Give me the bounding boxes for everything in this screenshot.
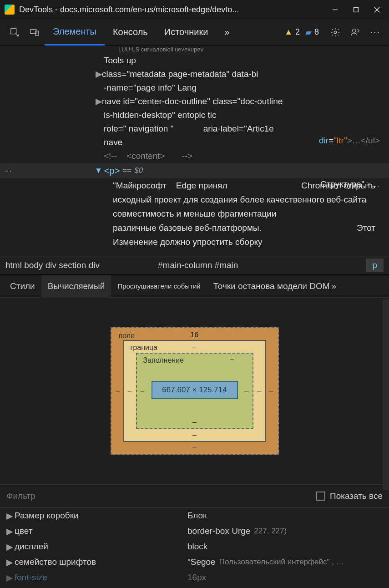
maximize-button[interactable] <box>345 0 366 19</box>
margin-bottom-value[interactable]: – <box>192 443 197 451</box>
svg-point-7 <box>334 31 337 34</box>
subtab-label: Точки останова модели DOM <box>213 281 330 291</box>
inspect-icon[interactable] <box>5 22 25 42</box>
dom-text-node[interactable]: исходный проект для создания более качес… <box>0 193 389 207</box>
border-bottom-value[interactable]: – <box>192 431 197 439</box>
prop-key: дисплей <box>15 542 187 552</box>
device-toggle-icon[interactable] <box>25 22 45 42</box>
dom-text-node[interactable]: различные базовые веб-платформы.Этот <box>0 221 389 235</box>
padding-bottom-value[interactable]: – <box>192 418 197 426</box>
prop-key: font-size <box>15 573 187 583</box>
tab-sources[interactable]: Источники <box>156 19 217 46</box>
dom-attr-fragment: dir="ltr">…</ul> <box>319 136 380 146</box>
more-menu-icon[interactable]: ⋯ <box>365 26 384 38</box>
dom-text: role=" navigation " <box>104 124 173 133</box>
close-button[interactable] <box>366 0 387 19</box>
vertical-scrollbar[interactable] <box>383 299 389 490</box>
prop-value: Блок <box>187 511 207 521</box>
prop-key: Размер коробки <box>15 511 187 521</box>
border-top-value[interactable]: – <box>192 343 197 351</box>
subtab-styles[interactable]: Стили <box>4 275 41 298</box>
padding-label: Заполнение <box>143 356 184 365</box>
margin-right-value[interactable]: – <box>269 387 273 395</box>
prop-row[interactable]: ▶ цвет border-box Urge 227, 227) <box>0 523 389 539</box>
expand-icon[interactable]: ▶ <box>6 511 15 521</box>
dom-line-comment[interactable]: <!-- <content> --> <box>0 149 389 163</box>
dom-text-node[interactable]: Изменение должно упростить сборку <box>0 235 389 249</box>
prop-value: block <box>187 542 207 552</box>
window-titlebar: DevTools - docs.microsoft.com/en-us/micr… <box>0 0 389 19</box>
margin-label: поле <box>119 332 135 340</box>
dom-line[interactable]: is-hidden-desktop" entopic tic <box>0 108 389 122</box>
expand-icon[interactable]: ▶ <box>6 526 15 537</box>
ellipsis-icon[interactable]: ⋯ <box>4 166 12 176</box>
svg-rect-1 <box>354 7 358 12</box>
dom-text: class="metadata page-metadata" data-bi <box>102 69 258 79</box>
chevron-right-icon: » <box>332 281 337 291</box>
prop-rendered: Пользовательский интерфейс" , … <box>219 558 344 567</box>
prop-row[interactable]: ▶ Размер коробки Блок <box>0 508 389 523</box>
prop-rendered: 227, 227) <box>254 527 287 536</box>
prop-row[interactable]: ▶ дисплей block <box>0 539 389 554</box>
breadcrumb-current[interactable]: p <box>366 259 384 272</box>
selected-tag: <p> <box>104 166 120 176</box>
tab-elements[interactable]: Элементы <box>45 19 105 46</box>
computed-properties: ▶ Размер коробки Блок ▶ цвет border-box … <box>0 508 389 585</box>
dom-line[interactable]: -name="page info" Lang <box>0 81 389 95</box>
info-icon: ▰ <box>305 27 312 37</box>
padding-left-value[interactable]: – <box>141 387 145 395</box>
prop-value: border-box Urge <box>187 526 250 536</box>
dom-text-node[interactable]: совместимость и меньше фрагментации <box>0 207 389 221</box>
filter-row: Показать все <box>0 484 389 508</box>
minimize-button[interactable] <box>324 0 345 19</box>
dom-text: nave id="center-doc-outline" class="doc-… <box>102 96 283 106</box>
tab-console[interactable]: Консоль <box>105 19 156 46</box>
warning-count: 2 <box>295 27 300 37</box>
main-toolbar: Элементы Консоль Источники » ▲ 2 ▰ 8 ⋯ <box>0 19 389 46</box>
info-count: 8 <box>314 27 319 37</box>
equals-label: == <box>122 166 131 175</box>
expand-icon[interactable]: ▼ <box>95 166 102 175</box>
subtab-computed[interactable]: Вычисляемый <box>41 275 111 298</box>
prop-value: 16px <box>187 573 206 583</box>
padding-top-value[interactable]: – <box>230 355 234 364</box>
issue-badges[interactable]: ▲ 2 ▰ 8 <box>284 27 322 37</box>
prop-value: "Segoe <box>187 557 216 567</box>
expand-icon[interactable]: ▶ <box>6 573 15 583</box>
border-left-value[interactable]: – <box>128 387 132 395</box>
expand-icon[interactable]: ▶ <box>6 557 15 568</box>
border-right-value[interactable]: – <box>258 387 262 395</box>
show-all-label: Показать все <box>330 491 383 501</box>
dom-attr-fragment: Структура">… <box>320 179 380 189</box>
settings-icon[interactable] <box>325 22 345 42</box>
dom-line[interactable]: ▶class="metadata page-metadata" data-bi <box>0 67 389 81</box>
breadcrumb-selectors[interactable]: #main-column #main <box>158 260 238 270</box>
show-all-checkbox[interactable] <box>316 492 325 501</box>
breadcrumb-path[interactable]: html body div section div <box>5 260 100 270</box>
margin-top-value[interactable]: 16 <box>191 331 199 339</box>
margin-left-value[interactable]: – <box>116 387 120 395</box>
boxmodel-content[interactable]: 667.607 × 125.714 <box>152 381 238 399</box>
feedback-icon[interactable] <box>345 22 365 42</box>
prop-row[interactable]: ▶ font-size 16px <box>0 570 389 585</box>
dom-text: aria-label="Artic1e <box>203 124 274 133</box>
console-var: $0 <box>134 166 143 175</box>
filter-input[interactable] <box>6 491 316 501</box>
padding-right-value[interactable]: – <box>245 387 249 395</box>
tabs-overflow[interactable]: » <box>216 19 237 46</box>
dom-line[interactable]: ▶nave id="center-doc-outline" class="doc… <box>0 95 389 108</box>
window-title: DevTools - docs.microsoft.com/en-us/micr… <box>19 5 324 15</box>
warning-icon: ▲ <box>284 27 293 37</box>
dom-selected-node[interactable]: ⋯ ▼ <p> == $0 <box>0 163 389 178</box>
prop-row[interactable]: ▶ семейство шрифтов "Segoe Пользовательс… <box>0 554 389 570</box>
dom-line[interactable]: LUU-LS сигналовloll uevexupev <box>0 46 389 54</box>
subtab-listeners[interactable]: Прослушиватели событий <box>111 275 207 298</box>
dom-breadcrumb[interactable]: html body div section div #main-column #… <box>0 256 389 275</box>
expand-icon[interactable]: ▶ <box>6 542 15 552</box>
subtab-dom-breakpoints[interactable]: Точки останова модели DOM» <box>207 275 343 298</box>
border-label: граница <box>131 344 157 352</box>
dom-line[interactable]: role=" navigation " aria-label="Artic1e <box>0 122 389 136</box>
dom-line[interactable]: Tools up <box>0 54 389 67</box>
styles-subtabs: Стили Вычисляемый Прослушиватели событий… <box>0 275 389 298</box>
elements-panel: LUU-LS сигналовloll uevexupev Tools up ▶… <box>0 46 389 256</box>
